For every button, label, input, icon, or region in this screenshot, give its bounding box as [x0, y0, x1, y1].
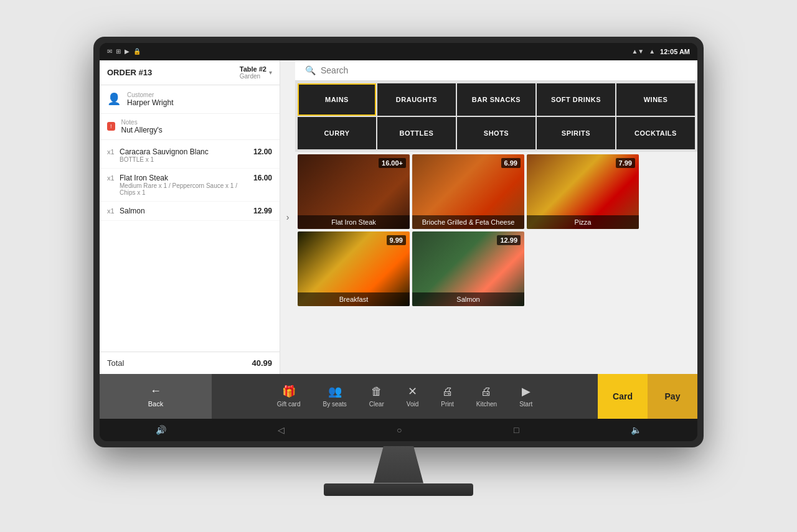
item-price-badge: 6.99 [501, 158, 521, 168]
action-kitchen-button[interactable]: 🖨 Kitchen [465, 385, 508, 408]
table-row[interactable]: x1 Flat Iron Steak Medium Rare x 1 / Pep… [100, 169, 280, 202]
item-price: 16.00 [253, 174, 272, 182]
item-details: Salmon [120, 207, 253, 215]
clear-icon: 🗑 [371, 385, 382, 398]
item-price-badge: 7.99 [616, 158, 635, 168]
table-row[interactable]: x1 Salmon 12.99 [100, 202, 280, 221]
void-icon: ✕ [408, 385, 417, 398]
item-name-label: Brioche Grilled & Feta Cheese [412, 215, 524, 229]
category-wines[interactable]: WINES [616, 83, 695, 116]
notes-section: ! Notes Nut Allergy's [100, 114, 280, 140]
table-row[interactable]: x1 Caracara Sauvignon Blanc BOTTLE x 1 1… [100, 142, 280, 169]
category-spirits[interactable]: SPIRITS [537, 117, 615, 149]
by-seats-icon: 👥 [328, 385, 342, 398]
wifi-icon: ▲▼ [631, 48, 644, 55]
action-bar: ← Back 🎁 Gift card 👥 By seats 🗑 Clear ✕ … [100, 374, 697, 419]
list-item[interactable]: 7.99 Pizza [527, 154, 639, 229]
list-item[interactable]: 6.99 Brioche Grilled & Feta Cheese [412, 154, 524, 229]
category-bar-snacks[interactable]: BAR SNACKS [457, 83, 535, 116]
clear-label: Clear [369, 401, 384, 408]
order-total: Total 40.99 [100, 352, 280, 374]
lock-icon: 🔒 [133, 48, 141, 55]
item-details: Flat Iron Steak Medium Rare x 1 / Pepper… [120, 174, 253, 196]
print-icon: 🖨 [442, 385, 453, 398]
print-label: Print [441, 401, 454, 408]
customer-section: 👤 Customer Harper Wright [100, 85, 280, 114]
chevron-down-icon: ▾ [269, 69, 272, 76]
action-void-button[interactable]: ✕ Void [395, 385, 430, 408]
total-amount: 40.99 [252, 358, 272, 368]
volume-icon: 🔊 [156, 425, 166, 435]
category-bottles[interactable]: BOTTLES [377, 117, 456, 149]
card-button[interactable]: Card [598, 374, 648, 419]
status-left-icons: ✉ ⊞ ▶ 🔒 [107, 48, 141, 55]
customer-icon: 👤 [107, 92, 121, 106]
item-name: Salmon [120, 207, 253, 215]
start-label: Start [519, 401, 532, 408]
play-icon: ▶ [125, 48, 130, 55]
monitor-stand [324, 447, 473, 496]
email-icon: ✉ [107, 48, 112, 55]
status-right: ▲▼ ▲ 12:05 AM [631, 48, 690, 55]
list-item[interactable]: 9.99 Breakfast [298, 231, 410, 306]
grid-icon: ⊞ [116, 48, 121, 55]
category-soft-drinks[interactable]: SOFT DRINKS [537, 83, 615, 116]
sound-icon: 🔈 [631, 425, 641, 435]
item-price: 12.00 [253, 147, 272, 156]
monitor: ✉ ⊞ ▶ 🔒 ▲▼ ▲ 12:05 AM ORDER #13 [93, 37, 704, 447]
search-bar[interactable]: 🔍 [295, 60, 697, 81]
back-button[interactable]: ← Back [100, 374, 212, 419]
screen: ✉ ⊞ ▶ 🔒 ▲▼ ▲ 12:05 AM ORDER #13 [100, 43, 697, 441]
start-icon: ▶ [522, 385, 531, 398]
android-nav-bar: 🔊 ◁ ○ □ 🔈 [100, 419, 697, 441]
nav-arrow[interactable]: › [280, 60, 295, 374]
item-name-label: Pizza [527, 215, 639, 229]
gift-card-icon: 🎁 [282, 385, 296, 398]
order-items: x1 Caracara Sauvignon Blanc BOTTLE x 1 1… [100, 140, 280, 352]
category-cocktails[interactable]: COCKTAILS [616, 117, 695, 149]
gift-card-label: Gift card [277, 401, 301, 408]
customer-name: Harper Wright [127, 98, 173, 107]
total-label: Total [107, 358, 124, 368]
order-header: ORDER #13 Table #2 Garden ▾ [100, 60, 280, 85]
list-item[interactable]: 16.00+ Flat Iron Steak [298, 154, 410, 229]
item-sub: Medium Rare x 1 / Peppercorn Sauce x 1 /… [120, 182, 253, 196]
main-content: ORDER #13 Table #2 Garden ▾ 👤 Custo [100, 60, 697, 374]
item-price: 12.99 [253, 207, 272, 215]
search-icon: 🔍 [305, 65, 316, 75]
table-info[interactable]: Table #2 Garden ▾ [240, 65, 272, 80]
kitchen-icon: 🖨 [481, 385, 492, 398]
item-name-label: Breakfast [298, 292, 410, 306]
signal-icon: ▲ [649, 48, 655, 55]
back-arrow-icon: ← [150, 385, 161, 398]
item-qty: x1 [107, 148, 120, 156]
item-name: Flat Iron Steak [120, 174, 253, 182]
table-section: Garden [240, 73, 266, 80]
stand-neck [374, 446, 423, 483]
list-item[interactable]: 12.99 Salmon [412, 231, 524, 306]
void-label: Void [407, 401, 418, 408]
category-curry[interactable]: CURRY [298, 117, 376, 149]
back-nav-icon[interactable]: ◁ [278, 425, 285, 435]
item-qty: x1 [107, 207, 120, 215]
category-shots[interactable]: SHOTS [457, 117, 535, 149]
recents-icon[interactable]: □ [514, 425, 519, 435]
action-gift-card-button[interactable]: 🎁 Gift card [266, 385, 312, 408]
action-clear-button[interactable]: 🗑 Clear [358, 385, 395, 408]
search-input[interactable] [321, 65, 687, 75]
clock: 12:05 AM [660, 48, 690, 55]
item-name-label: Flat Iron Steak [298, 215, 410, 229]
table-label: Table #2 [240, 65, 266, 73]
action-print-button[interactable]: 🖨 Print [430, 385, 465, 408]
home-icon[interactable]: ○ [397, 425, 402, 435]
action-start-button[interactable]: ▶ Start [508, 385, 544, 408]
category-mains[interactable]: MAINS [298, 83, 376, 116]
category-draughts[interactable]: DRAUGHTS [377, 83, 456, 116]
order-number: ORDER #13 [107, 68, 152, 77]
order-panel: ORDER #13 Table #2 Garden ▾ 👤 Custo [100, 60, 280, 374]
item-details: Caracara Sauvignon Blanc BOTTLE x 1 [120, 147, 253, 163]
item-name-label: Salmon [412, 292, 524, 306]
kitchen-label: Kitchen [476, 401, 497, 408]
pay-button[interactable]: Pay [648, 374, 697, 419]
action-by-seats-button[interactable]: 👥 By seats [312, 385, 358, 408]
